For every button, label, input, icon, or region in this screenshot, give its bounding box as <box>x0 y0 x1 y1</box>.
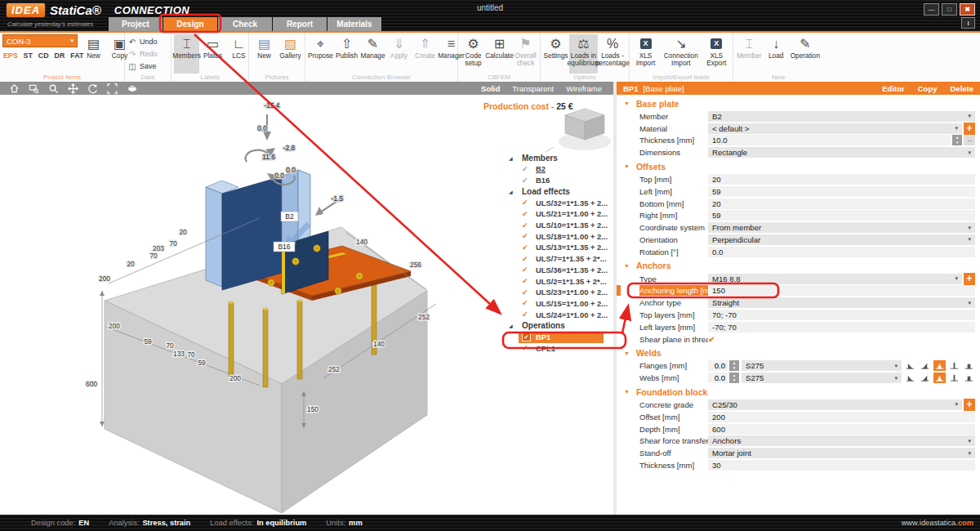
tree-item-uls15[interactable]: ✔ULS/15=1*1.00 + 2... <box>505 298 616 310</box>
checkbox-icon[interactable]: ✔ <box>522 266 531 274</box>
new-load-button[interactable]: ↓ Load <box>764 34 789 74</box>
add-material-button[interactable]: + <box>964 123 975 135</box>
tree-item-uls32[interactable]: ✔ULS/32=1*1.35 + 2... <box>505 197 616 208</box>
checkbox-icon[interactable]: ✔ <box>522 165 531 173</box>
collapse-icon[interactable]: ◢ <box>509 155 515 161</box>
view-cube[interactable] <box>546 109 617 152</box>
connection-import-button[interactable]: ↘ Connection Import <box>660 34 702 74</box>
checkbox-icon[interactable]: ✔ <box>522 288 531 297</box>
section-base-plate[interactable]: ▼ Base plate <box>624 97 980 109</box>
coordinate-system-select[interactable]: From member▾ <box>708 222 975 233</box>
flange-weld-size-input[interactable]: 0.0 <box>708 360 728 371</box>
checkbox-icon[interactable]: ✔ <box>522 221 531 230</box>
shear-plane-checkbox[interactable]: ✔ <box>708 335 715 344</box>
tab-design[interactable]: Design <box>163 17 217 31</box>
offset-left-input[interactable]: 59 <box>708 186 975 197</box>
apply-button[interactable]: ⇓ Apply <box>386 34 412 74</box>
overall-check-button[interactable]: ⚑ Overall check <box>513 34 538 74</box>
anchor-shape-select[interactable]: Straight▾ <box>708 297 975 308</box>
tree-item-uls18[interactable]: ✔ULS/18=1*1.00 + 2... <box>505 230 616 242</box>
new-member-button[interactable]: ⌶ Member <box>736 34 763 74</box>
section-collapse-icon[interactable]: ▼ <box>624 100 630 106</box>
manage-button[interactable]: ✎ Manage <box>360 34 385 74</box>
copy-operation-button[interactable]: Copy <box>918 84 938 93</box>
view-mode-solid[interactable]: Solid <box>481 84 500 93</box>
zoom-fit-icon[interactable] <box>106 83 118 94</box>
material-select[interactable]: < default >▾ <box>708 123 962 134</box>
checkbox-icon[interactable]: ✔ <box>522 243 531 252</box>
offset-right-input[interactable]: 59 <box>708 210 975 221</box>
lcs-button[interactable]: ∟ LCS <box>226 34 252 74</box>
zoom-window-icon[interactable] <box>28 83 40 94</box>
checkbox-icon[interactable]: ✔ <box>522 332 531 341</box>
tree-item-b16[interactable]: ✔ B16 <box>505 175 616 186</box>
offset-bottom-input[interactable]: 20 <box>708 199 975 209</box>
tree-item-uls13[interactable]: ✔ULS/13=1*1.35 + 2... <box>505 242 616 253</box>
view-mode-wireframe[interactable]: Wireframe <box>566 84 602 93</box>
checkbox-icon[interactable]: ✔ <box>522 210 531 218</box>
weld-type-icon[interactable] <box>904 360 916 371</box>
tree-item-uls36[interactable]: ✔ULS/36=1*1.35 + 2... <box>505 265 616 276</box>
foundation-offset-input[interactable]: 200 <box>708 412 975 422</box>
save-button[interactable]: ◫ Save <box>127 60 158 72</box>
section-collapse-icon[interactable]: ▼ <box>624 350 630 356</box>
anchor-size-select[interactable]: M16 8.8▾ <box>708 274 962 284</box>
tree-item-uls7[interactable]: ✔ULS/7=1*1.35 + 2*... <box>505 253 616 265</box>
tree-item-cpl1[interactable]: ✔ CPL1 <box>505 343 616 355</box>
info-button[interactable]: i <box>961 17 975 29</box>
rotate-view-icon[interactable] <box>87 83 99 94</box>
redo-button[interactable]: ↷ Redo <box>127 48 158 60</box>
tab-check[interactable]: Check <box>218 17 272 31</box>
offset-top-input[interactable]: 20 <box>708 174 975 185</box>
code-cd[interactable]: CD <box>38 51 49 60</box>
minimize-button[interactable]: — <box>924 3 939 16</box>
checkbox-icon[interactable]: ✔ <box>522 255 531 263</box>
weld-type-icon[interactable] <box>919 373 931 383</box>
section-collapse-icon[interactable]: ▼ <box>624 389 630 395</box>
tree-item-uls2[interactable]: ✔ULS/2=1*1.35 + 2*... <box>505 275 616 287</box>
tree-item-uls23[interactable]: ✔ULS/23=1*1.00 + 2... <box>505 287 616 298</box>
settings-button[interactable]: ⚙ Settings <box>543 34 568 74</box>
mortar-thickness-input[interactable]: 30 <box>708 460 975 471</box>
checkbox-icon[interactable]: ✔ <box>522 299 531 307</box>
dimensions-select[interactable]: Rectangle▾ <box>708 147 975 158</box>
checkbox-icon[interactable]: ✔ <box>522 232 531 240</box>
tree-item-uls24[interactable]: ✔ULS/24=1*1.00 + 2... <box>505 309 616 320</box>
code-st[interactable]: ST <box>24 51 33 60</box>
tab-report[interactable]: Report <box>273 17 327 31</box>
weld-type-icon[interactable] <box>904 373 916 383</box>
tree-section-members[interactable]: ◢ Members <box>505 152 616 163</box>
loads-percentage-button[interactable]: % Loads - percentage <box>599 34 626 74</box>
add-anchor-type-button[interactable]: + <box>964 273 975 285</box>
flange-weld-stepper[interactable]: ▲▼ <box>729 360 739 371</box>
tree-item-b2[interactable]: ✔ B2 <box>505 163 616 175</box>
section-foundation-block[interactable]: ▼ Foundation block <box>624 386 980 398</box>
web-weld-material-select[interactable]: S275▾ <box>742 373 902 383</box>
checkbox-icon[interactable]: ✔ <box>522 176 531 185</box>
new-operation-button[interactable]: ✎ Operation <box>790 34 821 74</box>
gallery-button[interactable]: ▨ Gallery <box>278 34 303 74</box>
undo-button[interactable]: ↶ Undo <box>127 36 158 47</box>
section-collapse-icon[interactable]: ▼ <box>624 163 630 169</box>
thickness-stepper[interactable]: ▲▼ <box>952 135 962 145</box>
propose-button[interactable]: ⌖ Propose <box>308 34 333 74</box>
stand-off-select[interactable]: Mortar joint▾ <box>708 448 975 458</box>
code-dr[interactable]: DR <box>55 51 65 60</box>
weld-type-icon[interactable] <box>963 373 975 383</box>
thickness-input[interactable]: 10.0 <box>708 135 951 145</box>
add-concrete-grade-button[interactable]: + <box>964 399 975 411</box>
delete-operation-button[interactable]: Delete <box>950 84 973 93</box>
weld-type-icon[interactable] <box>948 360 960 371</box>
tree-item-uls21[interactable]: ✔ULS/21=1*1.00 + 2... <box>505 208 616 220</box>
weld-type-icon[interactable] <box>948 373 960 383</box>
checkbox-icon[interactable]: ✔ <box>522 199 531 207</box>
tab-materials[interactable]: Materials <box>327 17 381 31</box>
checkbox-icon[interactable]: ✔ <box>522 277 531 285</box>
view-mode-transparent[interactable]: Transparent <box>512 84 554 93</box>
create-button[interactable]: ⇑ Create <box>412 34 438 74</box>
top-layers-input[interactable]: 70; -70 <box>708 310 975 320</box>
left-layers-input[interactable]: -70; 70 <box>708 322 975 332</box>
publish-button[interactable]: ⇧ Publish <box>334 34 359 74</box>
xls-import-button[interactable]: X XLS Import <box>632 34 659 74</box>
close-button[interactable]: ✖ <box>960 3 975 16</box>
